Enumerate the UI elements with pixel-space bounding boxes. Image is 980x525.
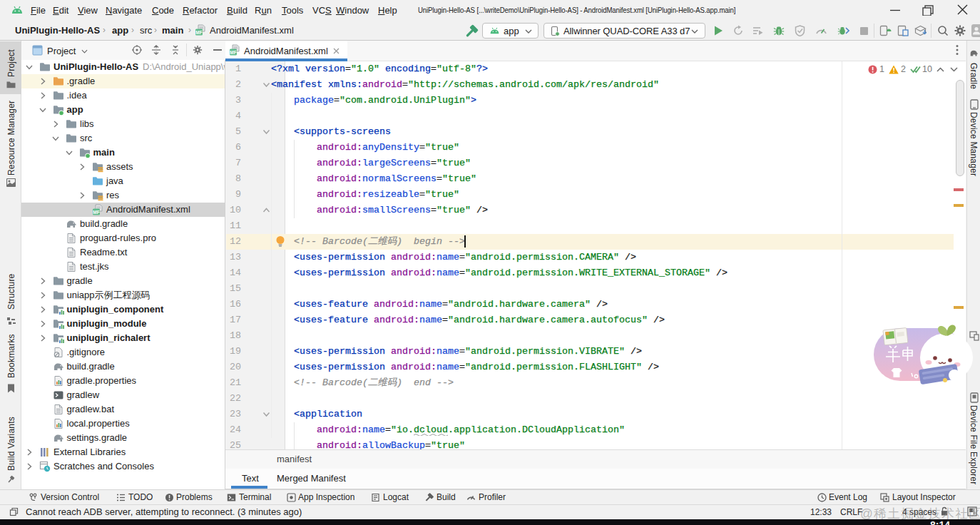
svg-text:MF: MF — [195, 30, 202, 35]
svg-text:MF: MF — [93, 210, 99, 215]
svg-text:MF: MF — [230, 50, 236, 55]
